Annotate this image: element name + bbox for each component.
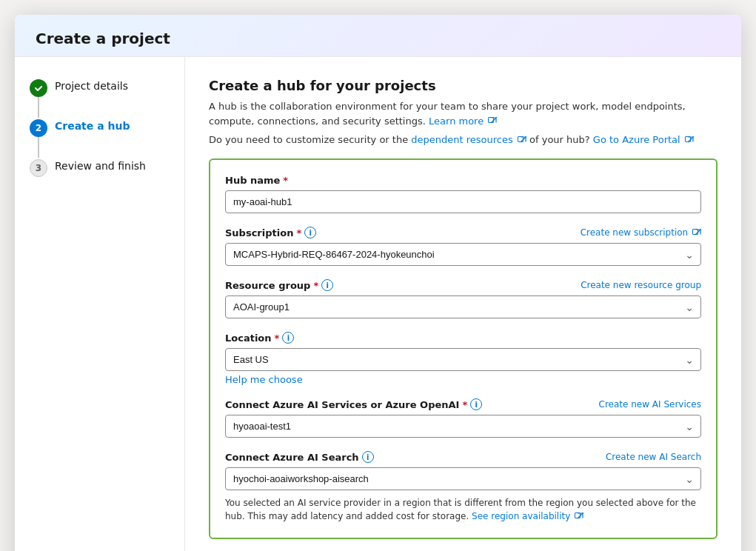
ai-services-select[interactable]: hyoaoai-test1	[225, 415, 701, 438]
hub-name-group: Hub name *	[225, 175, 701, 213]
subscription-label-row: Subscription * i Create new subscription	[225, 227, 701, 238]
create-resource-group-link[interactable]: Create new resource group	[581, 280, 701, 290]
resource-group-label: Resource group * i	[225, 279, 333, 291]
location-label: Location * i	[225, 332, 294, 344]
subscription-group: Subscription * i Create new subscription	[225, 227, 701, 266]
step-connector-1	[38, 97, 39, 118]
ai-search-label: Connect Azure AI Search i	[225, 451, 374, 463]
resource-group-info-icon[interactable]: i	[321, 279, 333, 291]
ai-search-label-row: Connect Azure AI Search i Create new AI …	[225, 451, 701, 463]
ai-services-info-icon[interactable]: i	[470, 398, 482, 410]
step-label-review-finish: Review and finish	[55, 158, 146, 172]
step-item-project-details: Project details	[30, 78, 170, 97]
resource-group-select-wrapper: AOAI-group1 ⌄	[225, 295, 701, 318]
step-connector-2	[38, 137, 39, 158]
resource-group-label-row: Resource group * i Create new resource g…	[225, 279, 701, 291]
learn-more-link[interactable]: Learn more	[429, 116, 497, 127]
step-circle-create-hub: 2	[30, 119, 47, 137]
location-required: *	[275, 333, 280, 344]
security-text: Do you need to customize security or the…	[209, 134, 717, 145]
subscription-required: *	[296, 227, 301, 238]
location-label-row: Location * i	[225, 332, 701, 344]
ai-services-group: Connect Azure AI Services or Azure OpenA…	[225, 398, 701, 438]
ai-search-group: Connect Azure AI Search i Create new AI …	[225, 451, 701, 523]
step-item-review-finish: 3 Review and finish	[30, 158, 170, 177]
subscription-select-wrapper: MCAPS-Hybrid-REQ-86467-2024-hyokeunchoi …	[225, 243, 701, 266]
modal-header: Create a project	[15, 15, 741, 57]
ai-search-select-wrapper: hyochoi-aoaiworkshop-aisearch ⌄	[225, 467, 701, 490]
create-project-modal: Create a project Project details 2 Creat…	[15, 15, 741, 551]
section-desc: A hub is the collaboration environment f…	[209, 99, 717, 128]
dependent-resources-link[interactable]: dependent resources	[411, 134, 529, 145]
ai-search-info-icon[interactable]: i	[362, 451, 374, 463]
subscription-info-icon[interactable]: i	[304, 227, 316, 238]
hub-name-label: Hub name *	[225, 175, 288, 186]
resource-group-select[interactable]: AOAI-group1	[225, 295, 701, 318]
modal-title: Create a project	[36, 30, 720, 47]
ai-services-label-row: Connect Azure AI Services or Azure OpenA…	[225, 398, 701, 410]
help-me-choose-link[interactable]: Help me choose	[225, 374, 303, 385]
create-ai-services-link[interactable]: Create new AI Services	[599, 399, 701, 410]
hub-name-label-row: Hub name *	[225, 175, 701, 186]
resource-group-group: Resource group * i Create new resource g…	[225, 279, 701, 318]
step-circle-review-finish: 3	[30, 159, 47, 177]
step-circle-project-details	[30, 79, 47, 97]
go-to-portal-link[interactable]: Go to Azure Portal	[593, 134, 694, 145]
ai-services-select-wrapper: hyoaoai-test1 ⌄	[225, 415, 701, 438]
resource-group-required: *	[313, 280, 318, 291]
section-title: Create a hub for your projects	[209, 78, 717, 93]
hub-name-input[interactable]	[225, 190, 701, 213]
location-select-wrapper: East US ⌄	[225, 348, 701, 371]
create-subscription-link[interactable]: Create new subscription	[581, 227, 701, 238]
modal-body: Project details 2 Create a hub 3 Review …	[15, 57, 741, 551]
subscription-label: Subscription * i	[225, 227, 316, 238]
subscription-select[interactable]: MCAPS-Hybrid-REQ-86467-2024-hyokeunchoi	[225, 243, 701, 266]
create-ai-search-link[interactable]: Create new AI Search	[606, 452, 701, 462]
see-region-link[interactable]: See region availability	[472, 511, 583, 521]
main-content: Create a hub for your projects A hub is …	[185, 57, 741, 551]
warning-text: You selected an AI service provider in a…	[225, 496, 701, 523]
ai-services-label: Connect Azure AI Services or Azure OpenA…	[225, 398, 482, 410]
location-group: Location * i East US ⌄ Help me choose	[225, 332, 701, 385]
step-item-create-hub: 2 Create a hub	[30, 118, 170, 137]
step-label-project-details: Project details	[55, 78, 128, 92]
form-box: Hub name * Subscription * i	[209, 158, 717, 539]
location-select[interactable]: East US	[225, 348, 701, 371]
location-info-icon[interactable]: i	[282, 332, 294, 344]
ai-search-select[interactable]: hyochoi-aoaiworkshop-aisearch	[225, 467, 701, 490]
sidebar: Project details 2 Create a hub 3 Review …	[15, 57, 185, 551]
hub-name-required: *	[283, 175, 288, 186]
step-label-create-hub: Create a hub	[55, 118, 130, 132]
ai-services-required: *	[462, 399, 467, 410]
